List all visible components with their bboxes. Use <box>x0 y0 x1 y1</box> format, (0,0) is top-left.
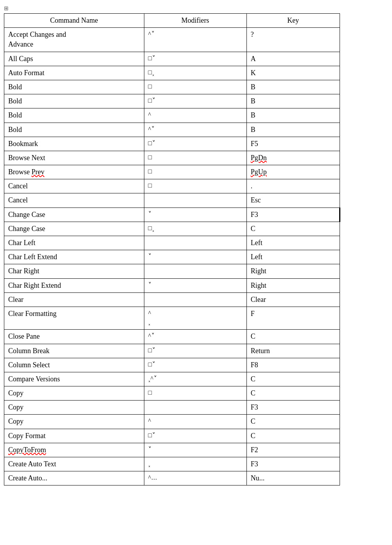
command-name-cell: All Caps <box>4 52 144 66</box>
table-row: Column Select□˅F8 <box>4 358 340 372</box>
key-cell: F8 <box>246 358 340 372</box>
key-cell: B <box>246 123 340 137</box>
command-name-cell: Copy <box>4 401 144 415</box>
key-cell: PgDn <box>246 151 340 165</box>
table-row: Browse Prev□PgUp <box>4 165 340 179</box>
modifiers-cell: □ₓ <box>144 222 246 236</box>
modifiers-cell: ˅ <box>144 278 246 292</box>
modifiers-cell: ^ₓ <box>144 307 246 329</box>
modifiers-cell: □ <box>144 179 246 193</box>
modifiers-cell <box>144 264 246 278</box>
modifiers-cell: □ <box>144 165 246 179</box>
command-name-cell: Accept Changes andAdvance <box>4 28 144 52</box>
modifiers-cell: ₓ <box>144 457 246 471</box>
modifiers-cell <box>144 292 246 307</box>
command-name-cell: Compare Versions <box>4 372 144 386</box>
command-name-cell: Char Left <box>4 236 144 250</box>
command-name-cell: CopyToFrom <box>4 443 144 457</box>
command-name-cell: Cancel <box>4 179 144 193</box>
command-name-cell: Change Case <box>4 208 144 222</box>
table-row: Bold□˅B <box>4 94 340 108</box>
command-name-cell: Copy <box>4 386 144 401</box>
key-cell: B <box>246 80 340 94</box>
modifiers-cell: □ₓ <box>144 66 246 80</box>
key-cell: . <box>246 179 340 193</box>
move-handle: ⊞ <box>4 5 9 12</box>
table-row: Char RightRight <box>4 264 340 278</box>
command-name-cell: Create Auto Text <box>4 457 144 471</box>
table-row: CancelEsc <box>4 193 340 208</box>
keyboard-shortcuts-table: Command Name Modifiers Key Accept Change… <box>4 13 340 485</box>
table-row: Cancel□. <box>4 179 340 193</box>
modifiers-cell: ₓ^˅ <box>144 372 246 386</box>
command-name-cell: Bold <box>4 108 144 123</box>
table-row: Char LeftLeft <box>4 236 340 250</box>
table-row: Auto Format□ₓK <box>4 66 340 80</box>
key-cell: C <box>246 330 340 344</box>
key-cell: B <box>246 94 340 108</box>
key-cell: C <box>246 429 340 443</box>
key-cell: C <box>246 386 340 401</box>
command-name-cell: Copy Format <box>4 429 144 443</box>
command-name-cell: Close Pane <box>4 330 144 344</box>
command-name-cell: Clear Formatting <box>4 307 144 329</box>
key-cell: B <box>246 108 340 123</box>
modifiers-cell: □˅ <box>144 358 246 372</box>
command-name-cell: Char Left Extend <box>4 250 144 264</box>
key-cell: C <box>246 222 340 236</box>
modifiers-cell: ^ <box>144 108 246 123</box>
modifiers-cell: □˅ <box>144 429 246 443</box>
command-name-cell: Change Case <box>4 222 144 236</box>
command-name-cell: Clear <box>4 292 144 307</box>
key-cell: Clear <box>246 292 340 307</box>
key-cell: Right <box>246 264 340 278</box>
modifiers-cell: ˅ <box>144 208 246 222</box>
key-cell: Return <box>246 344 340 358</box>
modifiers-cell <box>144 193 246 208</box>
modifiers-cell <box>144 236 246 250</box>
modifiers-cell: ^˅ <box>144 330 246 344</box>
key-cell: F5 <box>246 137 340 151</box>
command-name-cell: Char Right Extend <box>4 278 144 292</box>
key-cell: F2 <box>246 443 340 457</box>
command-name-cell: Auto Format <box>4 66 144 80</box>
table-row: Copy□C <box>4 386 340 401</box>
table-row: All Caps□˅A <box>4 52 340 66</box>
command-name-cell: Bookmark <box>4 137 144 151</box>
table-row: Browse Next□PgDn <box>4 151 340 165</box>
modifiers-cell: ^˅ <box>144 28 246 52</box>
modifiers-cell: ˅ <box>144 443 246 457</box>
table-row: Bold^B <box>4 108 340 123</box>
key-cell: F <box>246 307 340 329</box>
table-row: Char Right Extend˅Right <box>4 278 340 292</box>
command-name-cell: Column Break <box>4 344 144 358</box>
table-row: CopyF3 <box>4 401 340 415</box>
key-cell: Left <box>246 236 340 250</box>
command-name-cell: Browse Prev <box>4 165 144 179</box>
command-name-cell: Browse Next <box>4 151 144 165</box>
key-cell: C <box>246 415 340 429</box>
table-row: Accept Changes andAdvance^˅? <box>4 28 340 52</box>
key-cell: K <box>246 66 340 80</box>
modifiers-cell <box>144 401 246 415</box>
key-cell: Right <box>246 278 340 292</box>
command-name-cell: Char Right <box>4 264 144 278</box>
key-cell: Left <box>246 250 340 264</box>
modifiers-cell: ^ <box>144 415 246 429</box>
table-row: Bold^˅B <box>4 123 340 137</box>
table-header-row: Command Name Modifiers Key <box>4 14 340 28</box>
table-row: Change Case˅F3 <box>4 208 340 222</box>
key-cell: A <box>246 52 340 66</box>
command-name-cell: Bold <box>4 80 144 94</box>
table-row: Create Auto TextₓF3 <box>4 457 340 471</box>
command-name-cell: Copy <box>4 415 144 429</box>
table-row: Bookmark□˅F5 <box>4 137 340 151</box>
header-command-name: Command Name <box>4 14 144 28</box>
modifiers-cell: □˅ <box>144 94 246 108</box>
command-name-cell: Cancel <box>4 193 144 208</box>
table-row: Copy^C <box>4 415 340 429</box>
table-row: Compare Versionsₓ^˅C <box>4 372 340 386</box>
table-row: Char Left Extend˅Left <box>4 250 340 264</box>
table-row: Change Case□ₓC <box>4 222 340 236</box>
table-row: Bold□B <box>4 80 340 94</box>
